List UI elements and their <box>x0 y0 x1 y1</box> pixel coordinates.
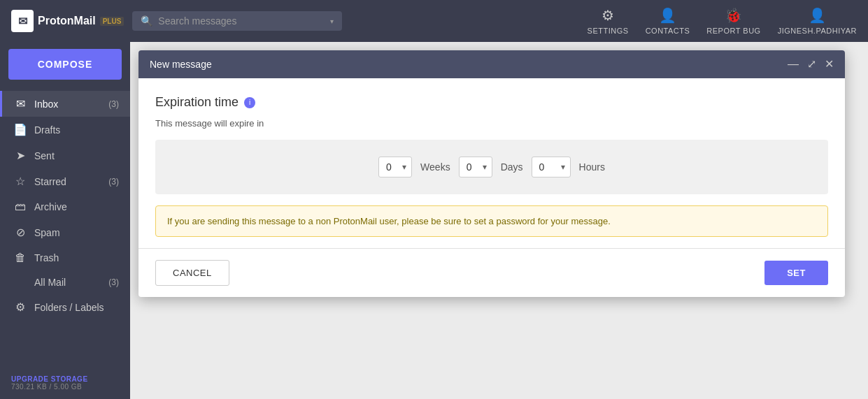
nav-right: ⚙ SETTINGS 👤 CONTACTS 🐞 REPORT BUG 👤 JIG… <box>588 7 857 35</box>
sidebar-item-trash[interactable]: 🗑 Trash <box>0 245 130 270</box>
modal-title: New message <box>150 59 212 70</box>
starred-count: (3) <box>108 177 119 187</box>
user-label: JIGNESH.PADHIYAR <box>778 27 857 35</box>
search-chevron-icon: ▾ <box>330 17 334 25</box>
expiration-subtitle: This message will expire in <box>155 118 828 129</box>
sidebar-item-drafts[interactable]: 📄 Drafts <box>0 117 130 143</box>
contacts-button[interactable]: 👤 CONTACTS <box>646 7 690 35</box>
sidebar-item-drafts-label: Drafts <box>34 124 60 136</box>
modal-footer: CANCEL SET <box>138 248 845 297</box>
user-icon: 👤 <box>809 7 827 24</box>
sidebar: COMPOSE ✉ Inbox (3) 📄 Drafts ➤ Sent ☆ St… <box>0 42 130 399</box>
sidebar-nav: ✉ Inbox (3) 📄 Drafts ➤ Sent ☆ Starred (3… <box>0 91 130 367</box>
logo: ✉ ProtonMail PLUS <box>11 10 124 32</box>
sidebar-item-spam[interactable]: ⊘ Spam <box>0 219 130 245</box>
top-navigation: ✉ ProtonMail PLUS 🔍 ▾ ⚙ SETTINGS 👤 CONTA… <box>0 0 868 42</box>
inbox-icon: ✉ <box>13 97 27 110</box>
sidebar-item-starred[interactable]: ☆ Starred (3) <box>0 168 130 194</box>
contacts-icon: 👤 <box>659 7 677 24</box>
modal-minimize-button[interactable]: — <box>788 59 799 70</box>
modal-overlay: New message — ⤢ ✕ Expiration time i This… <box>130 42 868 399</box>
cancel-button[interactable]: CANCEL <box>155 260 229 286</box>
sidebar-item-spam-label: Spam <box>34 227 60 238</box>
content-area: New message — ⤢ ✕ Expiration time i This… <box>130 42 868 399</box>
hours-select-wrapper: 0 1 2 3 4 5 6 7 8 9 10 1 <box>532 157 571 177</box>
modal-header: New message — ⤢ ✕ <box>138 50 845 78</box>
storage-info: 730.21 KB / 5.00 GB <box>11 383 119 391</box>
sidebar-item-inbox-label: Inbox <box>34 99 58 110</box>
expiration-info-icon[interactable]: i <box>244 97 255 108</box>
warning-message: If you are sending this message to a non… <box>155 205 828 237</box>
expiration-title: Expiration time i <box>155 95 828 110</box>
search-input[interactable] <box>158 15 325 27</box>
inbox-count: (3) <box>108 99 119 109</box>
days-select[interactable]: 0 1 2 3 4 5 6 <box>459 157 492 177</box>
search-icon: 🔍 <box>141 15 152 27</box>
settings-icon: ⚙ <box>602 7 615 24</box>
trash-icon: 🗑 <box>13 252 27 264</box>
modal-close-button[interactable]: ✕ <box>825 59 834 70</box>
drafts-icon: 📄 <box>13 123 27 136</box>
hours-select[interactable]: 0 1 2 3 4 5 6 7 8 9 10 1 <box>532 157 571 177</box>
settings-button[interactable]: ⚙ SETTINGS <box>588 7 629 35</box>
sidebar-item-all-mail[interactable]: All Mail (3) <box>0 270 130 294</box>
nav-left: ✉ ProtonMail PLUS 🔍 ▾ <box>11 10 342 32</box>
expiration-title-text: Expiration time <box>155 95 239 110</box>
sidebar-item-trash-label: Trash <box>34 252 59 263</box>
days-select-wrapper: 0 1 2 3 4 5 6 <box>459 157 492 177</box>
set-button[interactable]: SET <box>764 261 828 285</box>
modal-expand-button[interactable]: ⤢ <box>807 59 816 70</box>
spam-icon: ⊘ <box>13 226 27 239</box>
weeks-select-wrapper: 0 1 2 3 4 <box>378 157 412 177</box>
expiration-controls: 0 1 2 3 4 Weeks 0 1 <box>155 140 828 194</box>
sidebar-footer: UPGRADE STORAGE 730.21 KB / 5.00 GB <box>0 367 130 399</box>
upgrade-storage-button[interactable]: UPGRADE STORAGE <box>11 375 119 383</box>
search-bar[interactable]: 🔍 ▾ <box>132 11 342 31</box>
sent-icon: ➤ <box>13 149 27 162</box>
user-menu-button[interactable]: 👤 JIGNESH.PADHIYAR <box>778 7 857 35</box>
contacts-label: CONTACTS <box>646 27 690 35</box>
weeks-select[interactable]: 0 1 2 3 4 <box>378 157 412 177</box>
logo-plus-badge: PLUS <box>100 17 124 26</box>
sidebar-item-sent[interactable]: ➤ Sent <box>0 143 130 168</box>
sidebar-item-inbox[interactable]: ✉ Inbox (3) <box>0 91 130 117</box>
archive-icon: 🗃 <box>13 201 27 213</box>
all-mail-count: (3) <box>108 277 119 287</box>
compose-modal: New message — ⤢ ✕ Expiration time i This… <box>138 50 845 297</box>
modal-body: Expiration time i This message will expi… <box>138 78 845 248</box>
report-bug-label: REPORT BUG <box>706 27 760 35</box>
sidebar-item-all-mail-label: All Mail <box>34 277 66 288</box>
sidebar-item-folders-label: Folders / Labels <box>34 302 104 313</box>
main-layout: COMPOSE ✉ Inbox (3) 📄 Drafts ➤ Sent ☆ St… <box>0 42 868 399</box>
starred-icon: ☆ <box>13 175 27 188</box>
logo-shield-icon: ✉ <box>11 10 34 32</box>
report-bug-button[interactable]: 🐞 REPORT BUG <box>706 7 760 35</box>
logo-text: ProtonMail <box>38 15 96 27</box>
settings-label: SETTINGS <box>588 27 629 35</box>
sidebar-item-archive[interactable]: 🗃 Archive <box>0 194 130 219</box>
compose-button[interactable]: COMPOSE <box>8 49 122 80</box>
days-label: Days <box>501 161 523 173</box>
sidebar-item-archive-label: Archive <box>34 201 67 212</box>
modal-controls: — ⤢ ✕ <box>788 59 834 70</box>
bug-icon: 🐞 <box>725 7 743 24</box>
sidebar-item-starred-label: Starred <box>34 176 66 187</box>
sidebar-item-folders[interactable]: ⚙ Folders / Labels <box>0 294 130 320</box>
folders-icon: ⚙ <box>13 300 27 314</box>
weeks-label: Weeks <box>420 161 450 173</box>
sidebar-item-sent-label: Sent <box>34 150 55 161</box>
hours-label: Hours <box>579 161 605 173</box>
